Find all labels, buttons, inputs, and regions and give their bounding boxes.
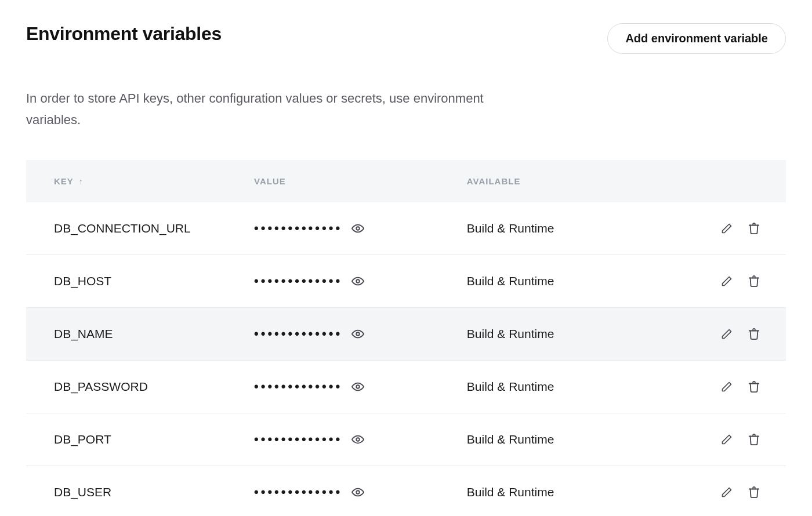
env-var-available: Build & Runtime <box>467 466 695 516</box>
delete-button[interactable] <box>745 220 763 237</box>
column-header-available[interactable]: AVAILABLE <box>467 160 695 202</box>
column-header-available-label: AVAILABLE <box>467 176 521 186</box>
svg-point-0 <box>356 227 360 230</box>
eye-icon <box>351 222 364 235</box>
row-actions <box>695 413 786 466</box>
env-var-key: DB_NAME <box>26 307 254 360</box>
env-var-value-cell: ••••••••••••• <box>254 413 467 466</box>
table-row: DB_CONNECTION_URL••••••••••••• Build & R… <box>26 202 786 255</box>
masked-value: ••••••••••••• <box>254 328 342 340</box>
delete-button[interactable] <box>745 378 763 395</box>
reveal-value-button[interactable] <box>349 220 367 237</box>
table-row: DB_HOST••••••••••••• Build & Runtime <box>26 255 786 307</box>
env-var-key: DB_PORT <box>26 413 254 466</box>
edit-button[interactable] <box>719 484 735 500</box>
svg-point-3 <box>356 385 360 388</box>
reveal-value-button[interactable] <box>349 431 367 448</box>
edit-button[interactable] <box>719 220 735 237</box>
trash-icon <box>748 433 760 446</box>
svg-point-5 <box>356 490 360 494</box>
delete-button[interactable] <box>745 484 763 501</box>
table-header: KEY ↑ VALUE AVAILABLE <box>26 160 786 202</box>
env-var-available: Build & Runtime <box>467 360 695 413</box>
env-var-available: Build & Runtime <box>467 255 695 307</box>
edit-button[interactable] <box>719 273 735 289</box>
reveal-value-button[interactable] <box>349 484 367 501</box>
masked-value: ••••••••••••• <box>254 433 342 446</box>
reveal-value-button[interactable] <box>349 378 367 395</box>
page-title: Environment variables <box>26 23 222 45</box>
edit-button[interactable] <box>719 431 735 448</box>
eye-icon <box>351 328 364 340</box>
column-header-value[interactable]: VALUE <box>254 160 467 202</box>
env-var-key: DB_CONNECTION_URL <box>26 202 254 255</box>
eye-icon <box>351 486 364 499</box>
svg-point-2 <box>356 332 360 336</box>
pencil-icon <box>721 381 733 393</box>
column-header-actions <box>695 160 786 202</box>
env-var-available: Build & Runtime <box>467 413 695 466</box>
env-var-key: DB_PASSWORD <box>26 360 254 413</box>
env-var-key: DB_HOST <box>26 255 254 307</box>
trash-icon <box>748 275 760 288</box>
table-row: DB_PASSWORD••••••••••••• Build & Runtime <box>26 360 786 413</box>
pencil-icon <box>721 434 733 445</box>
column-header-key-label: KEY <box>54 176 74 186</box>
row-actions <box>695 202 786 255</box>
trash-icon <box>748 222 760 235</box>
table-row: DB_USER••••••••••••• Build & Runtime <box>26 466 786 516</box>
env-var-key: DB_USER <box>26 466 254 516</box>
edit-button[interactable] <box>719 326 735 342</box>
add-environment-variable-button[interactable]: Add environment variable <box>607 23 786 54</box>
env-var-available: Build & Runtime <box>467 307 695 360</box>
env-var-value-cell: ••••••••••••• <box>254 466 467 516</box>
trash-icon <box>748 486 760 499</box>
sort-ascending-icon: ↑ <box>79 177 84 186</box>
delete-button[interactable] <box>745 272 763 290</box>
eye-icon <box>351 380 364 393</box>
env-var-value-cell: ••••••••••••• <box>254 360 467 413</box>
table-row: DB_NAME••••••••••••• Build & Runtime <box>26 307 786 360</box>
trash-icon <box>748 380 760 393</box>
masked-value: ••••••••••••• <box>254 275 342 288</box>
trash-icon <box>748 328 760 340</box>
eye-icon <box>351 433 364 446</box>
page-description: In order to store API keys, other config… <box>26 88 502 131</box>
masked-value: ••••••••••••• <box>254 222 342 235</box>
env-var-value-cell: ••••••••••••• <box>254 307 467 360</box>
pencil-icon <box>721 328 733 340</box>
column-header-value-label: VALUE <box>254 176 286 186</box>
svg-point-1 <box>356 279 360 283</box>
page-header: Environment variables Add environment va… <box>26 23 786 54</box>
env-var-value-cell: ••••••••••••• <box>254 202 467 255</box>
delete-button[interactable] <box>745 325 763 343</box>
delete-button[interactable] <box>745 431 763 448</box>
masked-value: ••••••••••••• <box>254 380 342 393</box>
row-actions <box>695 466 786 516</box>
table-row: DB_PORT••••••••••••• Build & Runtime <box>26 413 786 466</box>
reveal-value-button[interactable] <box>349 325 367 343</box>
row-actions <box>695 307 786 360</box>
row-actions <box>695 255 786 307</box>
row-actions <box>695 360 786 413</box>
column-header-key[interactable]: KEY ↑ <box>26 160 254 202</box>
env-var-available: Build & Runtime <box>467 202 695 255</box>
reveal-value-button[interactable] <box>349 272 367 290</box>
pencil-icon <box>721 275 733 287</box>
svg-point-4 <box>356 438 360 441</box>
env-variables-table: KEY ↑ VALUE AVAILABLE DB_CONNECTION_URL•… <box>26 160 786 516</box>
pencil-icon <box>721 486 733 498</box>
edit-button[interactable] <box>719 379 735 395</box>
pencil-icon <box>721 223 733 234</box>
masked-value: ••••••••••••• <box>254 486 342 499</box>
env-var-value-cell: ••••••••••••• <box>254 255 467 307</box>
eye-icon <box>351 275 364 288</box>
